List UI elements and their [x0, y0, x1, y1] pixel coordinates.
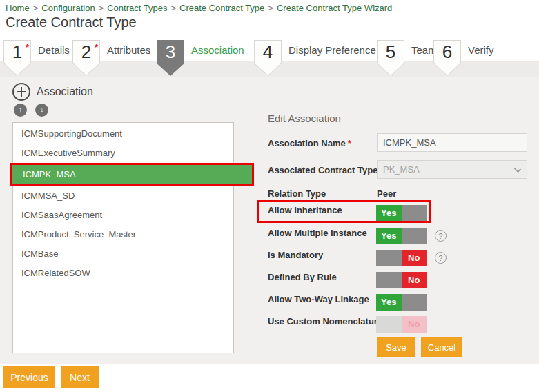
breadcrumb-create-contract-type-wizard[interactable]: Create Contract Type Wizard	[277, 3, 392, 13]
defined-by-rule-label: Defined By Rule	[268, 272, 337, 282]
step-label: Display Preference	[288, 40, 376, 61]
step-label: Details	[38, 40, 70, 61]
breadcrumb-separator: >	[99, 3, 104, 13]
step-number: 5	[377, 40, 404, 63]
step-1-marker: 1 *	[3, 40, 31, 76]
association-section-title: Association	[37, 86, 93, 98]
relation-type-value: Peer	[377, 188, 396, 199]
toggle-off	[402, 205, 427, 222]
help-icon[interactable]: ?	[435, 230, 447, 242]
step-number: 4	[254, 40, 282, 63]
edit-panel-title: Edit Association	[268, 112, 341, 124]
step-5-marker: 5	[377, 40, 404, 76]
list-item[interactable]: ICMBase	[13, 244, 233, 264]
step-number: 3	[157, 40, 184, 63]
toggle-no: No	[402, 272, 427, 288]
breadcrumb-separator: >	[268, 3, 273, 13]
wizard-step-bar: 1 * Details 2 * Attributes 3 Association	[0, 40, 539, 77]
page-title: Create Contract Type	[6, 14, 137, 30]
selected-value: PK_MSA	[383, 164, 420, 175]
step-4-display-preference[interactable]: 4 Display Preference	[254, 40, 376, 76]
required-asterisk: *	[348, 138, 351, 148]
toggle-yes: Yes	[376, 228, 402, 244]
step-6-verify[interactable]: 6 Verify	[433, 40, 494, 76]
use-custom-nomenclature-label: Use Custom Nomenclature	[268, 316, 382, 326]
list-item[interactable]: ICMMSA_SD	[13, 186, 233, 206]
list-item[interactable]: ICMSaasAgreement	[13, 206, 233, 225]
allow-two-way-linkage-toggle[interactable]: Yes	[376, 294, 427, 311]
allow-inheritance-label: Allow Inheritance	[268, 205, 342, 215]
step-2-attributes[interactable]: 2 * Attributes	[72, 40, 150, 76]
required-asterisk: *	[26, 42, 29, 52]
required-asterisk: *	[95, 42, 98, 52]
step-3-marker: 3	[157, 40, 184, 76]
toggle-yes: Yes	[376, 205, 402, 222]
breadcrumb-separator: >	[170, 3, 176, 13]
list-item-selected[interactable]: ICMPK_MSA	[10, 163, 254, 186]
list-item[interactable]: ICMProduct_Service_Master	[13, 225, 233, 244]
save-button[interactable]: Save	[377, 337, 415, 357]
previous-button[interactable]: Previous	[3, 366, 55, 388]
step-label: Attributes	[107, 40, 150, 61]
edit-association-panel: Edit Association Association Name* Assoc…	[257, 110, 533, 364]
step-3-association-active[interactable]: 3 Association	[157, 40, 244, 76]
breadcrumb: Home>Configuration>Contract Types>Create…	[6, 3, 392, 13]
list-item[interactable]: ICMSupportingDocument	[13, 124, 233, 144]
toggle-off	[402, 228, 427, 244]
toggle-yes: Yes	[376, 294, 402, 311]
add-association-icon[interactable]	[12, 83, 30, 101]
association-section-header: Association	[12, 83, 93, 101]
association-name-label: Association Name*	[268, 138, 351, 148]
allow-two-way-linkage-label: Allow Two-Way Linkage	[268, 294, 369, 304]
create-contract-type-page: Home>Configuration>Contract Types>Create…	[0, 0, 539, 392]
defined-by-rule-toggle[interactable]: No	[376, 272, 427, 288]
step-1-details[interactable]: 1 * Details	[3, 40, 70, 76]
next-button[interactable]: Next	[61, 366, 99, 388]
toggle-off	[402, 294, 427, 311]
breadcrumb-contract-types[interactable]: Contract Types	[107, 3, 167, 13]
move-up-icon[interactable]: ↑	[14, 104, 27, 117]
chevron-down-icon	[514, 166, 521, 173]
allow-inheritance-toggle[interactable]: Yes	[376, 205, 427, 222]
step-4-marker: 4	[254, 40, 282, 76]
breadcrumb-configuration[interactable]: Configuration	[41, 3, 95, 13]
step-label: Association	[191, 40, 244, 61]
toggle-off	[376, 316, 402, 333]
associated-contract-type-select[interactable]: PK_MSA	[377, 160, 527, 179]
allow-multiple-instance-toggle[interactable]: Yes	[376, 228, 427, 244]
move-down-icon[interactable]: ↓	[35, 104, 48, 117]
associated-contract-type-label: Associated Contract Type*	[268, 165, 383, 175]
breadcrumb-home[interactable]: Home	[6, 3, 30, 13]
breadcrumb-separator: >	[33, 3, 39, 13]
is-mandatory-toggle[interactable]: No	[376, 250, 427, 266]
step-5-team[interactable]: 5 Team	[377, 40, 437, 76]
association-name-field[interactable]	[377, 133, 527, 152]
step-6-marker: 6	[433, 40, 461, 76]
association-list: ICMSupportingDocument ICMExecutiveSummar…	[12, 122, 234, 353]
step-2-marker: 2 *	[72, 40, 100, 76]
is-mandatory-label: Is Mandatory	[268, 250, 323, 260]
step-number: 6	[433, 40, 461, 63]
toggle-off	[376, 272, 402, 288]
help-icon[interactable]: ?	[435, 252, 447, 264]
step-label: Verify	[468, 40, 494, 61]
cancel-button[interactable]: Cancel	[421, 337, 462, 357]
use-custom-nomenclature-toggle: No	[376, 316, 427, 333]
list-item[interactable]: ICMRelatedSOW	[13, 264, 233, 283]
toggle-off	[376, 250, 402, 266]
allow-multiple-instance-label: Allow Multiple Instance	[268, 228, 367, 238]
breadcrumb-create-contract-type[interactable]: Create Contract Type	[179, 3, 264, 13]
list-item[interactable]: ICMExecutiveSummary	[13, 144, 233, 163]
relation-type-label: Relation Type	[268, 188, 326, 199]
toggle-no: No	[402, 250, 427, 266]
toggle-no: No	[402, 316, 427, 333]
